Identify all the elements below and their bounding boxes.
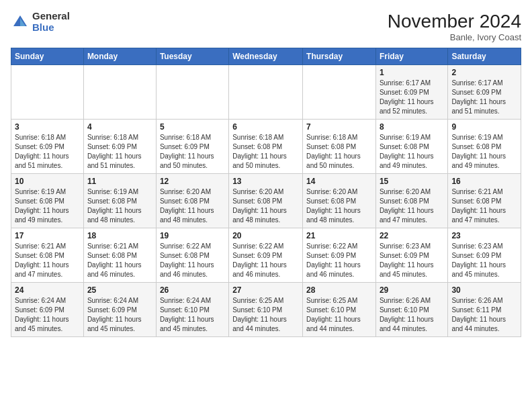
calendar-cell: 6Sunrise: 6:18 AM Sunset: 6:08 PM Daylig… [229, 120, 303, 174]
calendar-cell: 5Sunrise: 6:18 AM Sunset: 6:09 PM Daylig… [156, 120, 228, 174]
day-info: Sunrise: 6:25 AM Sunset: 6:10 PM Dayligh… [306, 296, 372, 334]
day-info: Sunrise: 6:26 AM Sunset: 6:10 PM Dayligh… [380, 296, 444, 334]
calendar-cell: 29Sunrise: 6:26 AM Sunset: 6:10 PM Dayli… [375, 283, 447, 337]
day-number: 19 [160, 231, 225, 240]
calendar-cell: 10Sunrise: 6:19 AM Sunset: 6:08 PM Dayli… [11, 174, 84, 228]
calendar-cell: 19Sunrise: 6:22 AM Sunset: 6:08 PM Dayli… [156, 228, 228, 283]
day-info: Sunrise: 6:24 AM Sunset: 6:09 PM Dayligh… [15, 296, 80, 334]
weekday-header: Monday [83, 48, 156, 65]
calendar-cell: 3Sunrise: 6:18 AM Sunset: 6:09 PM Daylig… [11, 120, 84, 174]
calendar-week-row: 3Sunrise: 6:18 AM Sunset: 6:09 PM Daylig… [11, 120, 521, 174]
day-info: Sunrise: 6:19 AM Sunset: 6:08 PM Dayligh… [15, 187, 80, 225]
calendar-cell: 28Sunrise: 6:25 AM Sunset: 6:10 PM Dayli… [303, 283, 376, 337]
day-number: 8 [380, 122, 444, 132]
day-info: Sunrise: 6:21 AM Sunset: 6:08 PM Dayligh… [87, 242, 152, 279]
day-info: Sunrise: 6:22 AM Sunset: 6:09 PM Dayligh… [306, 242, 372, 279]
day-info: Sunrise: 6:20 AM Sunset: 6:08 PM Dayligh… [306, 187, 372, 225]
calendar-cell: 8Sunrise: 6:19 AM Sunset: 6:08 PM Daylig… [375, 120, 447, 174]
day-number: 7 [306, 122, 372, 132]
calendar-week-row: 24Sunrise: 6:24 AM Sunset: 6:09 PM Dayli… [11, 283, 521, 337]
day-info: Sunrise: 6:19 AM Sunset: 6:08 PM Dayligh… [380, 133, 444, 171]
day-number: 14 [306, 177, 372, 186]
day-info: Sunrise: 6:21 AM Sunset: 6:08 PM Dayligh… [15, 242, 80, 279]
day-number: 6 [232, 122, 299, 132]
day-number: 13 [232, 177, 299, 186]
calendar-cell: 25Sunrise: 6:24 AM Sunset: 6:09 PM Dayli… [83, 283, 156, 337]
logo: General Blue [11, 11, 70, 33]
calendar-cell: 26Sunrise: 6:24 AM Sunset: 6:10 PM Dayli… [156, 283, 228, 337]
day-number: 15 [380, 177, 444, 186]
calendar-cell [303, 65, 376, 120]
calendar-cell: 11Sunrise: 6:19 AM Sunset: 6:08 PM Dayli… [83, 174, 156, 228]
month-title: November 2024 [388, 11, 521, 32]
day-info: Sunrise: 6:22 AM Sunset: 6:08 PM Dayligh… [160, 242, 225, 279]
day-number: 17 [15, 231, 80, 240]
day-info: Sunrise: 6:20 AM Sunset: 6:08 PM Dayligh… [160, 187, 225, 225]
day-info: Sunrise: 6:23 AM Sunset: 6:09 PM Dayligh… [380, 242, 444, 279]
calendar-week-row: 1Sunrise: 6:17 AM Sunset: 6:09 PM Daylig… [11, 65, 521, 120]
logo-blue: Blue [32, 22, 70, 34]
day-number: 24 [15, 285, 80, 295]
day-info: Sunrise: 6:20 AM Sunset: 6:08 PM Dayligh… [232, 187, 299, 225]
weekday-header: Sunday [11, 48, 84, 65]
day-number: 2 [451, 68, 517, 77]
calendar-cell [11, 65, 84, 120]
weekday-header-row: SundayMondayTuesdayWednesdayThursdayFrid… [11, 48, 521, 65]
calendar-body: 1Sunrise: 6:17 AM Sunset: 6:09 PM Daylig… [11, 65, 521, 337]
day-info: Sunrise: 6:18 AM Sunset: 6:09 PM Dayligh… [160, 133, 225, 171]
calendar-cell: 4Sunrise: 6:18 AM Sunset: 6:09 PM Daylig… [83, 120, 156, 174]
calendar-cell: 17Sunrise: 6:21 AM Sunset: 6:08 PM Dayli… [11, 228, 84, 283]
day-number: 30 [451, 285, 517, 295]
day-info: Sunrise: 6:24 AM Sunset: 6:10 PM Dayligh… [160, 296, 225, 334]
calendar-table: SundayMondayTuesdayWednesdayThursdayFrid… [11, 48, 521, 337]
calendar-cell: 27Sunrise: 6:25 AM Sunset: 6:10 PM Dayli… [229, 283, 303, 337]
calendar-cell: 20Sunrise: 6:22 AM Sunset: 6:09 PM Dayli… [229, 228, 303, 283]
day-number: 18 [87, 231, 152, 240]
day-number: 27 [232, 285, 299, 295]
day-info: Sunrise: 6:23 AM Sunset: 6:09 PM Dayligh… [451, 242, 517, 279]
day-number: 23 [451, 231, 517, 240]
day-info: Sunrise: 6:19 AM Sunset: 6:08 PM Dayligh… [87, 187, 152, 225]
day-number: 5 [160, 122, 225, 132]
day-info: Sunrise: 6:26 AM Sunset: 6:11 PM Dayligh… [451, 296, 517, 334]
calendar-cell [83, 65, 156, 120]
calendar-cell: 14Sunrise: 6:20 AM Sunset: 6:08 PM Dayli… [303, 174, 376, 228]
calendar-cell: 15Sunrise: 6:20 AM Sunset: 6:08 PM Dayli… [375, 174, 447, 228]
day-info: Sunrise: 6:24 AM Sunset: 6:09 PM Dayligh… [87, 296, 152, 334]
calendar-cell: 18Sunrise: 6:21 AM Sunset: 6:08 PM Dayli… [83, 228, 156, 283]
day-info: Sunrise: 6:18 AM Sunset: 6:09 PM Dayligh… [87, 133, 152, 171]
weekday-header: Thursday [303, 48, 376, 65]
calendar-cell: 21Sunrise: 6:22 AM Sunset: 6:09 PM Dayli… [303, 228, 376, 283]
day-number: 25 [87, 285, 152, 295]
calendar-week-row: 17Sunrise: 6:21 AM Sunset: 6:08 PM Dayli… [11, 228, 521, 283]
weekday-header: Tuesday [156, 48, 228, 65]
day-number: 22 [380, 231, 444, 240]
day-info: Sunrise: 6:18 AM Sunset: 6:09 PM Dayligh… [15, 133, 80, 171]
day-info: Sunrise: 6:25 AM Sunset: 6:10 PM Dayligh… [232, 296, 299, 334]
calendar-cell: 9Sunrise: 6:19 AM Sunset: 6:08 PM Daylig… [448, 120, 521, 174]
day-number: 26 [160, 285, 225, 295]
weekday-header: Friday [375, 48, 447, 65]
day-info: Sunrise: 6:18 AM Sunset: 6:08 PM Dayligh… [306, 133, 372, 171]
logo-icon [11, 13, 30, 32]
calendar-cell: 12Sunrise: 6:20 AM Sunset: 6:08 PM Dayli… [156, 174, 228, 228]
calendar-cell: 24Sunrise: 6:24 AM Sunset: 6:09 PM Dayli… [11, 283, 84, 337]
day-info: Sunrise: 6:22 AM Sunset: 6:09 PM Dayligh… [232, 242, 299, 279]
day-info: Sunrise: 6:18 AM Sunset: 6:08 PM Dayligh… [232, 133, 299, 171]
calendar-week-row: 10Sunrise: 6:19 AM Sunset: 6:08 PM Dayli… [11, 174, 521, 228]
day-number: 3 [15, 122, 80, 132]
weekday-header: Wednesday [229, 48, 303, 65]
day-number: 1 [380, 68, 444, 77]
calendar-cell [229, 65, 303, 120]
day-number: 29 [380, 285, 444, 295]
weekday-header: Saturday [448, 48, 521, 65]
day-info: Sunrise: 6:17 AM Sunset: 6:09 PM Dayligh… [451, 79, 517, 116]
day-number: 12 [160, 177, 225, 186]
calendar-cell: 7Sunrise: 6:18 AM Sunset: 6:08 PM Daylig… [303, 120, 376, 174]
day-number: 10 [15, 177, 80, 186]
day-number: 28 [306, 285, 372, 295]
day-number: 4 [87, 122, 152, 132]
day-info: Sunrise: 6:20 AM Sunset: 6:08 PM Dayligh… [380, 187, 444, 225]
location: Banle, Ivory Coast [388, 32, 521, 42]
calendar-header: SundayMondayTuesdayWednesdayThursdayFrid… [11, 48, 521, 65]
